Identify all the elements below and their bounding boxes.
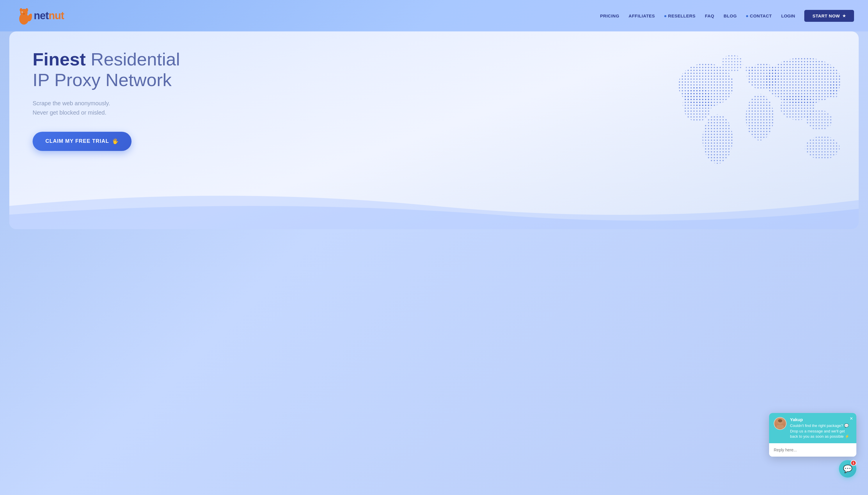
start-now-label: START NOW [813, 13, 840, 18]
chat-message: Couldn't find the right package? 💬 Drop … [790, 423, 852, 439]
svg-rect-22 [777, 425, 784, 429]
claim-trial-label: CLAIM MY FREE TRIAL [45, 138, 109, 144]
nav-item-affiliates[interactable]: AFFILIATES [629, 13, 655, 18]
hero-title-bold: Finest [33, 49, 86, 69]
chat-popup: Yakup Couldn't find the right package? 💬… [769, 413, 856, 457]
hero-content: Finest Residential IP Proxy Network Scra… [33, 49, 201, 151]
svg-point-21 [778, 420, 782, 423]
logo[interactable]: netnut [14, 5, 64, 26]
world-map [661, 43, 847, 194]
hero-section: Finest Residential IP Proxy Network Scra… [9, 31, 859, 229]
svg-point-3 [26, 8, 28, 12]
claim-trial-button[interactable]: CLAIM MY FREE TRIAL 🖐️ [33, 132, 132, 151]
svg-point-19 [744, 65, 753, 73]
chat-badge: 1 [851, 460, 856, 466]
nav-item-resellers[interactable]: RESELLERS [664, 13, 696, 18]
chat-bubble-button[interactable]: 💬 1 [839, 460, 856, 478]
start-now-button[interactable]: START NOW ★ [804, 10, 854, 22]
star-icon: ★ [842, 14, 846, 18]
agent-avatar [774, 417, 786, 430]
hero-title: Finest Residential IP Proxy Network [33, 49, 201, 90]
svg-point-6 [23, 13, 25, 15]
svg-point-10 [721, 55, 743, 72]
chat-close-button[interactable]: × [850, 416, 853, 421]
hand-icon: 🖐️ [112, 138, 119, 144]
avatar-face [774, 417, 786, 429]
logo-icon [14, 5, 35, 26]
svg-point-15 [806, 110, 833, 130]
nav-item-login[interactable]: LOGIN [781, 13, 795, 18]
svg-point-5 [22, 12, 23, 12]
logo-text: netnut [34, 10, 64, 22]
svg-point-2 [20, 8, 22, 12]
nav-item-contact[interactable]: CONTACT [746, 13, 772, 18]
svg-point-9 [683, 87, 712, 122]
svg-point-12 [746, 94, 774, 140]
chat-info: Yakup Couldn't find the right package? 💬… [790, 417, 852, 439]
hero-subtitle: Scrape the web anonymously. Never get bl… [33, 99, 201, 117]
chat-reply-area [769, 443, 856, 457]
chat-header: Yakup Couldn't find the right package? 💬… [769, 413, 856, 443]
resellers-dot-icon [664, 15, 666, 17]
chat-reply-input[interactable] [774, 448, 852, 452]
hero-subtitle-line2: Never get blocked or misled. [33, 109, 106, 116]
nav-item-faq[interactable]: FAQ [705, 13, 714, 18]
svg-point-18 [829, 81, 839, 98]
chat-bubble-icon: 💬 [843, 464, 852, 474]
hero-subtitle-line1: Scrape the web anonymously. [33, 100, 110, 106]
main-nav: PRICING AFFILIATES RESELLERS FAQ BLOG CO… [600, 10, 854, 22]
svg-point-16 [702, 114, 733, 164]
nav-item-pricing[interactable]: PRICING [600, 13, 619, 18]
agent-name: Yakup [790, 417, 852, 422]
contact-dot-icon [746, 15, 748, 17]
header: netnut PRICING AFFILIATES RESELLERS FAQ … [0, 0, 868, 31]
nav-item-blog[interactable]: BLOG [724, 13, 737, 18]
svg-point-17 [805, 136, 840, 159]
chat-widget: Yakup Couldn't find the right package? 💬… [769, 413, 856, 478]
